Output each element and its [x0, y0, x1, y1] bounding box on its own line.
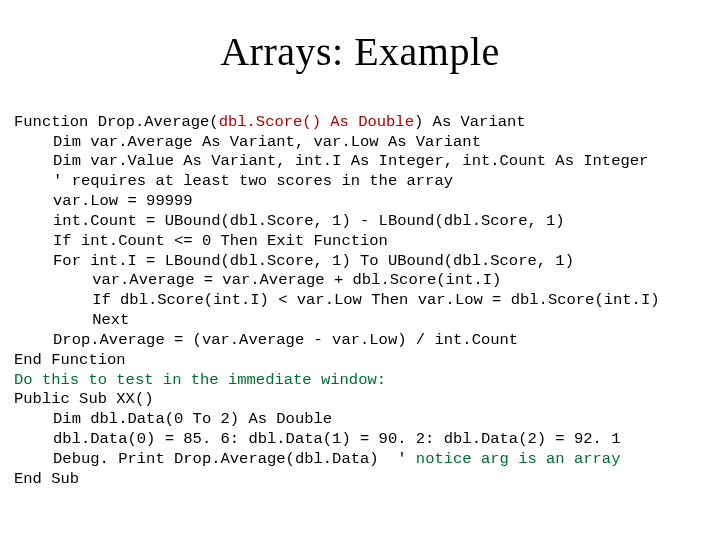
code-line-7: If int.Count <= 0 Then Exit Function	[14, 232, 388, 252]
code-block: Function Drop.Average(dbl.Score() As Dou…	[14, 93, 706, 490]
code-text: ) As Variant	[414, 113, 526, 131]
code-text: Function Drop.Average(	[14, 113, 219, 131]
code-line-3: Dim var.Value As Variant, int.I As Integ…	[14, 152, 648, 172]
code-line-10: If dbl.Score(int.I) < var.Low Then var.L…	[14, 291, 660, 311]
code-line-17: dbl.Data(0) = 85. 6: dbl.Data(1) = 90. 2…	[14, 430, 620, 450]
code-line-9: var.Average = var.Average + dbl.Score(in…	[14, 271, 501, 291]
code-comment: notice arg is an array	[416, 450, 621, 468]
code-line-1: Function Drop.Average(dbl.Score() As Dou…	[14, 113, 526, 131]
code-line-4: ' requires at least two scores in the ar…	[14, 172, 453, 192]
code-line-12: Drop.Average = (var.Average - var.Low) /…	[14, 331, 518, 351]
code-line-2: Dim var.Average As Variant, var.Low As V…	[14, 133, 481, 153]
slide: Arrays: Example Function Drop.Average(db…	[0, 0, 720, 540]
code-line-8: For int.I = LBound(dbl.Score, 1) To UBou…	[14, 252, 574, 272]
code-text: Debug. Print Drop.Average(dbl.Data) '	[53, 450, 416, 468]
code-line-16: Dim dbl.Data(0 To 2) As Double	[14, 410, 332, 430]
code-line-15: Public Sub XX()	[14, 390, 154, 408]
code-line-13: End Function	[14, 351, 126, 369]
code-line-11: Next	[14, 311, 129, 331]
code-line-18: Debug. Print Drop.Average(dbl.Data) ' no…	[14, 450, 620, 470]
code-line-5: var.Low = 99999	[14, 192, 193, 212]
code-line-19: End Sub	[14, 470, 79, 488]
code-param: dbl.Score() As Double	[219, 113, 414, 131]
code-line-6: int.Count = UBound(dbl.Score, 1) - LBoun…	[14, 212, 565, 232]
code-line-14: Do this to test in the immediate window:	[14, 371, 386, 389]
slide-title: Arrays: Example	[14, 28, 706, 75]
